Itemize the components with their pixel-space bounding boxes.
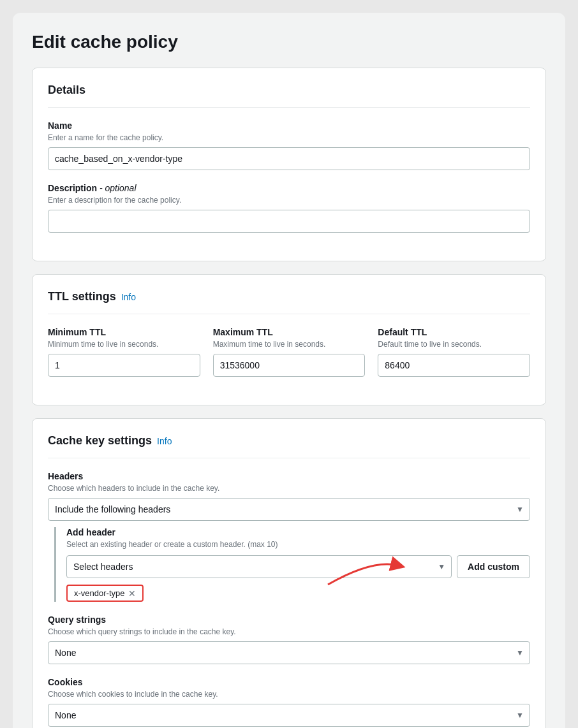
max-ttl-label: Maximum TTL [213,327,366,337]
add-custom-button[interactable]: Add custom [457,555,530,578]
query-strings-hint: Choose which query strings to include in… [48,627,530,636]
default-ttl-label: Default TTL [378,327,530,337]
headers-select[interactable]: Include the following headers None All [48,498,530,521]
description-label: Description - optional [48,183,530,193]
description-input[interactable] [48,210,530,233]
ttl-section: TTL settings Info Minimum TTL Minimum ti… [32,274,546,405]
cache-key-section: Cache key settings Info Headers Choose w… [32,418,546,728]
add-header-hint: Select an existing header or create a cu… [66,540,530,549]
headers-group: Headers Choose which headers to include … [48,471,530,602]
min-ttl-group: Minimum TTL Minimum time to live in seco… [48,327,200,377]
add-header-title: Add header [66,527,530,537]
ttl-info-link[interactable]: Info [121,292,136,302]
cache-key-section-title: Cache key settings Info [48,434,530,458]
tag-item: x-vendor-type ✕ [66,585,144,602]
add-header-box: Add header Select an existing header or … [54,527,530,602]
headers-select-wrapper: Include the following headers None All ▼ [48,498,530,521]
page-container: Edit cache policy Details Name Enter a n… [13,13,565,728]
query-strings-label: Query strings [48,615,530,625]
description-hint: Enter a description for the cache policy… [48,196,530,205]
ttl-section-title: TTL settings Info [48,290,530,314]
headers-hint: Choose which headers to include in the c… [48,484,530,493]
tag-list: x-vendor-type ✕ [66,585,530,602]
cache-key-info-link[interactable]: Info [157,436,172,446]
details-section-title: Details [48,84,530,108]
cookies-select[interactable]: None Include the following All [48,704,530,727]
cookies-label: Cookies [48,677,530,687]
tag-remove-icon[interactable]: ✕ [128,589,136,598]
min-ttl-hint: Minimum time to live in seconds. [48,340,200,349]
default-ttl-group: Default TTL Default time to live in seco… [378,327,530,377]
query-strings-select[interactable]: None Include the following All [48,641,530,664]
default-ttl-input[interactable] [378,354,530,377]
headers-label: Headers [48,471,530,481]
max-ttl-input[interactable] [213,354,366,377]
default-ttl-hint: Default time to live in seconds. [378,340,530,349]
max-ttl-group: Maximum TTL Maximum time to live in seco… [213,327,366,377]
cookies-hint: Choose which cookies to include in the c… [48,690,530,699]
select-headers-row: Select headers ▼ Add custom [66,555,530,578]
details-section: Details Name Enter a name for the cache … [32,68,546,261]
min-ttl-input[interactable] [48,354,200,377]
ttl-grid: Minimum TTL Minimum time to live in seco… [48,327,530,389]
query-strings-select-wrapper: None Include the following All ▼ [48,641,530,664]
name-hint: Enter a name for the cache policy. [48,133,530,142]
name-field-group: Name Enter a name for the cache policy. [48,120,530,170]
query-strings-group: Query strings Choose which query strings… [48,615,530,664]
name-input[interactable] [48,147,530,170]
select-headers-wrapper: Select headers ▼ [66,555,452,578]
tag-value: x-vendor-type [74,588,124,598]
max-ttl-hint: Maximum time to live in seconds. [213,340,366,349]
cookies-group: Cookies Choose which cookies to include … [48,677,530,727]
min-ttl-label: Minimum TTL [48,327,200,337]
select-headers-dropdown[interactable]: Select headers [66,555,452,578]
name-label: Name [48,120,530,131]
cookies-select-wrapper: None Include the following All ▼ [48,704,530,727]
description-field-group: Description - optional Enter a descripti… [48,183,530,233]
page-title: Edit cache policy [32,32,546,52]
